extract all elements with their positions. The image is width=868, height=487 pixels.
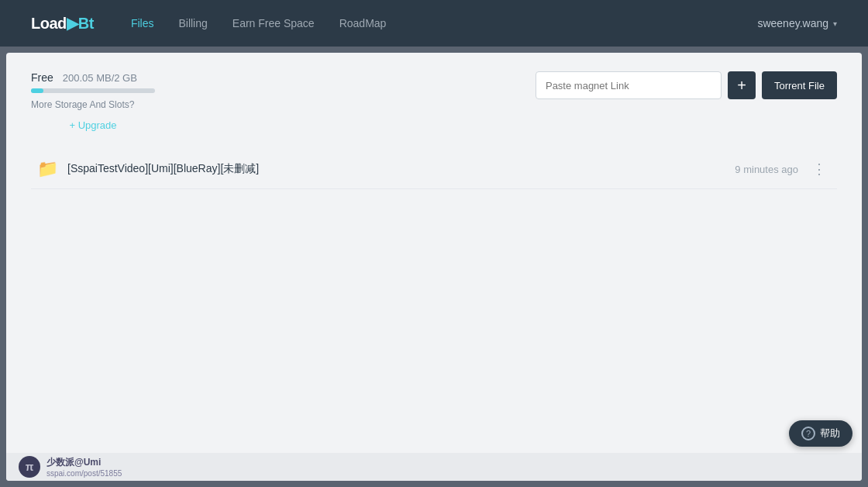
logo-icon: ▶ bbox=[67, 14, 78, 33]
help-label: 帮助 bbox=[820, 427, 840, 440]
table-row[interactable]: 📁 [SspaiTestVideo][Umi][BlueRay][未删减] 9 … bbox=[31, 150, 837, 189]
progress-bar-fill bbox=[31, 88, 43, 93]
main-content: Free 200.05 MB/2 GB More Storage And Slo… bbox=[6, 53, 862, 481]
bottom-bar: π 少数派@Umi sspai.com/post/51855 bbox=[6, 453, 862, 481]
nav-billing[interactable]: Billing bbox=[178, 17, 207, 29]
nav-roadmap[interactable]: RoadMap bbox=[339, 17, 387, 29]
storage-free-label: Free bbox=[31, 71, 53, 84]
progress-bar-container bbox=[31, 88, 155, 93]
navbar: Load ▶ Bt Files Billing Earn Free Space … bbox=[0, 0, 868, 47]
user-name: sweeney.wang bbox=[757, 17, 828, 29]
storage-numbers: 200.05 MB/2 GB bbox=[63, 72, 137, 84]
file-name: [SspaiTestVideo][Umi][BlueRay][未删减] bbox=[67, 162, 735, 176]
more-options-icon[interactable]: ⋮ bbox=[808, 159, 831, 179]
storage-label-row: Free 200.05 MB/2 GB bbox=[31, 71, 155, 84]
upload-section: + Torrent File bbox=[536, 71, 837, 99]
more-storage-text: More Storage And Slots? bbox=[31, 99, 155, 110]
help-button[interactable]: ? 帮助 bbox=[789, 420, 852, 447]
torrent-file-button[interactable]: Torrent File bbox=[762, 71, 837, 99]
plus-button[interactable]: + bbox=[728, 71, 756, 99]
magnet-input[interactable] bbox=[536, 71, 722, 99]
logo-text: Load bbox=[31, 15, 67, 33]
file-time: 9 minutes ago bbox=[735, 164, 798, 175]
pi-icon: π bbox=[19, 456, 40, 478]
brand-name: 少数派@Umi bbox=[46, 456, 122, 469]
folder-icon: 📁 bbox=[37, 159, 58, 179]
brand-url: sspai.com/post/51855 bbox=[46, 469, 122, 478]
bottom-brand: π 少数派@Umi sspai.com/post/51855 bbox=[19, 456, 122, 478]
nav-earn-free-space[interactable]: Earn Free Space bbox=[232, 17, 315, 29]
logo-text-bt: Bt bbox=[78, 15, 94, 33]
file-list: 📁 [SspaiTestVideo][Umi][BlueRay][未删减] 9 … bbox=[31, 150, 837, 189]
brand-text: 少数派@Umi sspai.com/post/51855 bbox=[46, 456, 122, 478]
nav-files[interactable]: Files bbox=[131, 17, 154, 29]
upgrade-link[interactable]: + Upgrade bbox=[31, 119, 155, 131]
user-menu[interactable]: sweeney.wang ▾ bbox=[757, 17, 837, 29]
storage-info: Free 200.05 MB/2 GB More Storage And Slo… bbox=[31, 71, 155, 131]
logo: Load ▶ Bt bbox=[31, 14, 94, 33]
chevron-down-icon: ▾ bbox=[833, 19, 837, 28]
top-row: Free 200.05 MB/2 GB More Storage And Slo… bbox=[31, 71, 837, 131]
question-circle-icon: ? bbox=[801, 427, 815, 440]
